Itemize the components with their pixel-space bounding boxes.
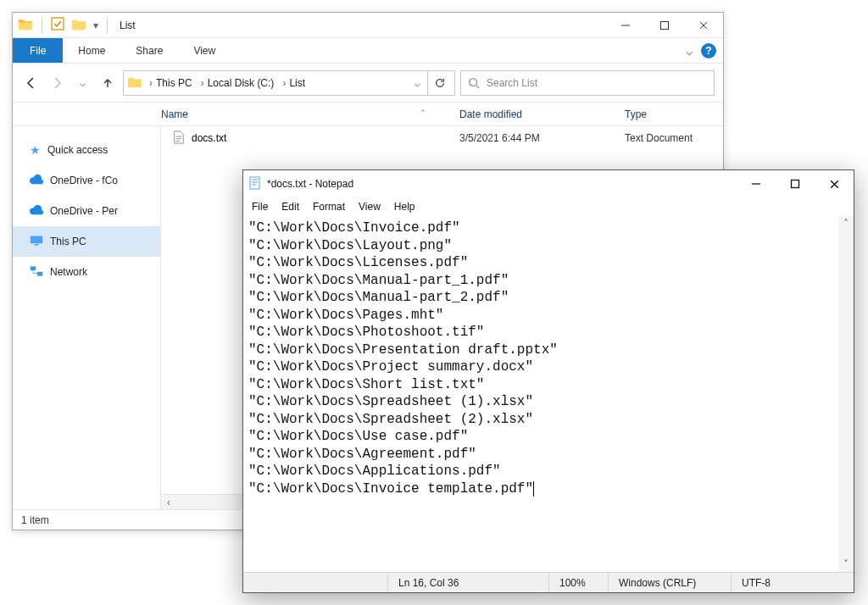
- scroll-left-arrow-icon[interactable]: ‹: [161, 495, 176, 509]
- notepad-maximize-button[interactable]: [776, 170, 815, 197]
- window-title: List: [120, 19, 136, 31]
- notepad-menubar: File Edit Format View Help: [243, 197, 854, 216]
- star-icon: ★: [30, 143, 41, 157]
- notepad-title: *docs.txt - Notepad: [267, 178, 353, 190]
- breadcrumb-root-icon[interactable]: [127, 75, 142, 90]
- search-placeholder: Search List: [487, 77, 537, 89]
- menu-format[interactable]: Format: [308, 201, 350, 213]
- minimize-button[interactable]: [606, 13, 645, 38]
- svg-rect-0: [52, 18, 64, 30]
- status-item-count: 1 item: [21, 514, 49, 526]
- help-button[interactable]: ?: [701, 43, 716, 58]
- file-type: Text Document: [625, 132, 723, 144]
- search-input[interactable]: Search List: [460, 70, 715, 96]
- status-eol: Windows (CRLF): [608, 573, 731, 592]
- file-date: 3/5/2021 6:44 PM: [459, 132, 625, 144]
- nav-back-button[interactable]: [21, 73, 42, 93]
- sidebar-item-quick-access[interactable]: ★ Quick access: [13, 135, 160, 165]
- ribbon-tabs: File Home Share View ⌵ ?: [13, 38, 723, 64]
- notepad-titlebar[interactable]: *docs.txt - Notepad: [243, 170, 854, 197]
- menu-view[interactable]: View: [353, 201, 386, 213]
- notepad-status-bar: Ln 16, Col 36 100% Windows (CRLF) UTF-8: [243, 572, 854, 592]
- scroll-up-arrow-icon[interactable]: ˄: [838, 216, 854, 231]
- cloud-icon: [30, 174, 43, 187]
- column-header-date[interactable]: Date modified: [459, 108, 625, 120]
- navigation-pane: ★ Quick access OneDrive - fCo OneDrive -…: [13, 126, 161, 509]
- explorer-titlebar[interactable]: ▾ List: [13, 13, 723, 38]
- sidebar-item-this-pc[interactable]: This PC: [13, 226, 160, 257]
- status-zoom: 100%: [548, 573, 608, 592]
- network-icon: [30, 265, 43, 280]
- nav-up-button[interactable]: [97, 73, 118, 93]
- status-encoding: UTF-8: [731, 573, 854, 592]
- crumb-local-disk[interactable]: Local Disk (C:): [208, 77, 275, 89]
- crumb-this-pc[interactable]: This PC: [156, 77, 192, 89]
- status-cursor-position: Ln 16, Col 36: [387, 573, 548, 592]
- notepad-app-icon: [248, 176, 262, 192]
- menu-edit[interactable]: Edit: [276, 201, 304, 213]
- column-header-name[interactable]: Name ˄: [161, 108, 459, 120]
- column-header-type[interactable]: Type: [625, 108, 723, 120]
- sidebar-item-network[interactable]: Network: [13, 257, 160, 287]
- search-icon: [468, 77, 480, 89]
- svg-rect-6: [37, 271, 42, 275]
- file-name: docs.txt: [192, 132, 226, 144]
- breadcrumb-dropdown-icon[interactable]: ⌵: [409, 77, 426, 89]
- expand-ribbon-chevron-icon[interactable]: ⌵: [686, 44, 693, 58]
- breadcrumb[interactable]: ›This PC ›Local Disk (C:) ›List ⌵: [123, 70, 455, 96]
- qat-folder-icon[interactable]: [18, 16, 33, 34]
- qat-separator: [42, 18, 42, 33]
- svg-rect-1: [661, 21, 669, 29]
- refresh-button[interactable]: [427, 71, 451, 95]
- file-tab[interactable]: File: [13, 38, 63, 63]
- qat-customize-chevron-icon[interactable]: ▾: [93, 19, 98, 31]
- notepad-minimize-button[interactable]: [737, 170, 776, 197]
- ribbon-tab-view[interactable]: View: [178, 38, 231, 63]
- svg-rect-4: [35, 244, 39, 246]
- crumb-list[interactable]: List: [289, 77, 305, 89]
- sort-indicator-icon: ˄: [420, 108, 426, 120]
- qat-new-folder-icon[interactable]: [71, 17, 86, 33]
- qat-properties-icon[interactable]: [51, 17, 64, 33]
- maximize-button[interactable]: [645, 13, 684, 38]
- notepad-window: *docs.txt - Notepad File Edit Format Vie…: [242, 169, 854, 593]
- scroll-down-arrow-icon[interactable]: ˅: [838, 557, 854, 572]
- menu-help[interactable]: Help: [389, 201, 420, 213]
- notepad-text-area[interactable]: "C:\Work\Docs\Invoice.pdf" "C:\Work\Docs…: [243, 216, 854, 572]
- address-bar-row: ⌵ ›This PC ›Local Disk (C:) ›List ⌵ Sear…: [13, 64, 723, 103]
- svg-rect-7: [250, 177, 259, 189]
- qat-separator-2: [107, 18, 108, 33]
- notepad-vertical-scrollbar[interactable]: ˄ ˅: [838, 216, 854, 572]
- pc-icon: [30, 235, 43, 249]
- svg-rect-3: [31, 236, 42, 243]
- svg-rect-5: [31, 266, 36, 270]
- nav-recent-chevron-icon[interactable]: ⌵: [72, 73, 92, 93]
- notepad-close-button[interactable]: [815, 170, 854, 197]
- menu-file[interactable]: File: [247, 201, 273, 213]
- sidebar-item-onedrive-personal[interactable]: OneDrive - Per: [13, 196, 160, 226]
- svg-rect-8: [792, 180, 799, 188]
- column-headers: Name ˄ Date modified Type: [13, 103, 723, 126]
- svg-point-2: [470, 78, 477, 86]
- cloud-icon: [30, 204, 43, 218]
- text-file-icon: [173, 130, 185, 147]
- file-row[interactable]: docs.txt 3/5/2021 6:44 PM Text Document: [161, 126, 723, 150]
- ribbon-tab-home[interactable]: Home: [63, 38, 120, 63]
- close-button[interactable]: [684, 13, 723, 38]
- sidebar-item-onedrive-work[interactable]: OneDrive - fCo: [13, 165, 160, 196]
- ribbon-tab-share[interactable]: Share: [120, 38, 178, 63]
- nav-forward-button[interactable]: [47, 73, 67, 93]
